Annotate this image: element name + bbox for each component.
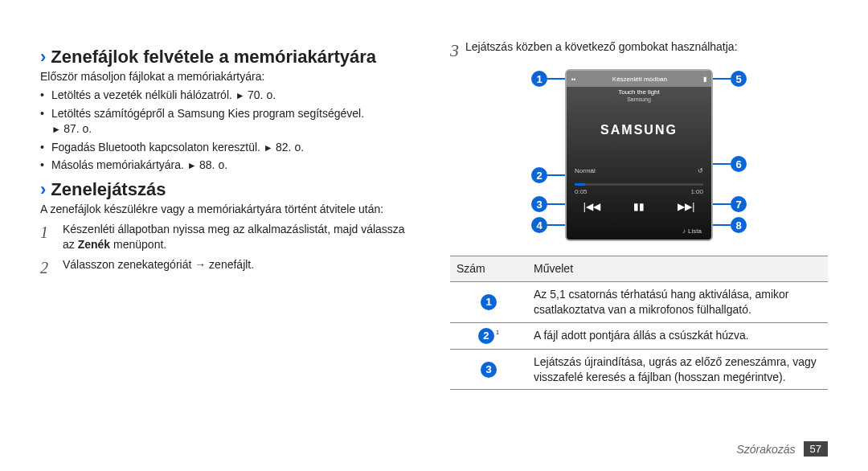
table-row: 1 Az 5,1 csatornás térhatású hang aktivá… [450,281,828,322]
callout-2: 2 [531,167,547,183]
source-item: Letöltés a vezeték nélküli hálózatról. ►… [40,88,418,103]
intro-copy-files: Először másoljon fájlokat a memóriakárty… [40,69,418,84]
callout-4: 4 [531,217,547,233]
intro-playback: A zenefájlok készülékre vagy a memóriaká… [40,202,418,217]
footnote-marker: 1 [496,329,499,336]
ref-arrow-icon: ► [187,160,199,171]
track-artist: Samsung [567,96,711,103]
source-text: Letöltés a vezeték nélküli hálózatról. [51,88,232,101]
phone-screenshot: ▪▪ Készenléti módban ▮ Touch the light S… [565,69,713,241]
album-art-logo: SAMSUNG [567,123,711,137]
callout-7: 7 [731,196,747,212]
table-row: 21 A fájl adott pontjára állás a csúszká… [450,322,828,349]
playback-mode: Normál [575,167,596,174]
step-number: 3 [450,40,459,61]
ref-arrow-icon: ► [51,124,63,135]
controls-table: Szám Művelet 1 Az 5,1 csatornás térhatás… [450,256,828,390]
step3-text: Lejátszás közben a következő gombokat ha… [465,40,828,53]
phone-status-row: Normál ↺ [567,167,711,174]
source-list: Letöltés a vezeték nélküli hálózatról. ►… [40,88,418,173]
prev-icon: |◀◀ [583,201,600,212]
time-row: 0:05 1:00 [575,188,703,195]
callout-8: 8 [731,217,747,233]
left-column: › Zenefájlok felvétele a memóriakártyára… [40,40,418,455]
time-elapsed: 0:05 [575,188,588,195]
source-text: Másolás memóriakártyára. [51,158,184,171]
source-item: Másolás memóriakártyára. ► 88. o. [40,158,418,173]
step-number: 2 [40,257,55,279]
callout-3: 3 [531,196,547,212]
source-ref: 88. o. [199,158,227,171]
heading-playback-text: Zenelejátszás [51,179,166,200]
row-callout: 1 [481,294,497,310]
ref-arrow-icon: ► [264,142,276,154]
source-item: Letöltés számítógépről a Samsung Kies pr… [40,106,418,137]
callout-1: 1 [531,71,547,87]
time-total: 1:00 [690,188,703,195]
footer-page-number: 57 [804,441,828,457]
battery-icon: ▮ [703,76,706,83]
td-operation: A fájl adott pontjára állás a csúszkát h… [527,322,828,349]
th-number: Szám [450,256,527,282]
td-number: 1 [450,281,527,322]
step-item: 1 Készenléti állapotban nyissa meg az al… [40,222,418,252]
repeat-icon: ↺ [698,167,703,174]
phone-list-button: ♪ Lista [682,227,702,235]
step-number: 1 [40,222,55,244]
td-operation: Lejátszás újraindítása, ugrás az előző z… [527,349,828,390]
row-callout: 3 [481,362,497,378]
table-header-row: Szám Művelet [450,256,828,282]
phone-topbar-text: Készenléti módban [612,76,667,83]
pause-icon: ▮▮ [633,201,645,212]
td-number: 21 [450,322,527,349]
source-ref: 70. o. [248,88,276,101]
source-text: Letöltés számítógépről a Samsung Kies pr… [51,107,364,120]
step-item: 2 Válasszon zenekategóriát → zenefájlt. [40,257,418,279]
source-text: Fogadás Bluetooth kapcsolaton keresztül. [51,141,260,154]
step-text: Készenléti állapotban nyissa meg az alka… [63,222,418,252]
list-icon: ♪ [682,227,686,235]
next-icon: ▶▶| [678,201,694,212]
page-footer: Szórakozás 57 [736,441,828,457]
step3-row: 3 Lejátszás közben a következő gombokat … [450,40,828,61]
source-item: Fogadás Bluetooth kapcsolaton keresztül.… [40,140,418,155]
chevron-icon: › [40,181,46,199]
phone-controls: |◀◀ ▮▮ ▶▶| [567,201,711,212]
callout-6: 6 [731,156,747,172]
player-illustration: ▪▪ Készenléti módban ▮ Touch the light S… [494,69,784,244]
step-text-part: Válasszon zenekategóriát → zenefájlt. [63,258,254,271]
th-operation: Művelet [527,256,828,282]
footer-section: Szórakozás [736,443,795,456]
row-callout: 2 [478,328,494,344]
step-text: Válasszon zenekategóriát → zenefájlt. [63,257,418,272]
heading-playback: › Zenelejátszás [40,179,418,200]
progress-bar [575,183,703,186]
source-ref: 82. o. [276,141,304,154]
heading-add-music-text: Zenefájlok felvétele a memóriakártyára [51,47,376,68]
callout-5: 5 [731,71,747,87]
td-number: 3 [450,349,527,390]
ref-arrow-icon: ► [235,90,248,101]
track-title: Touch the light [567,88,711,96]
td-operation: Az 5,1 csatornás térhatású hang aktiválá… [527,281,828,322]
phone-track-info: Touch the light Samsung [567,88,711,103]
chevron-icon: › [40,48,46,66]
heading-add-music: › Zenefájlok felvétele a memóriakártyára [40,47,418,68]
table-row: 3 Lejátszás újraindítása, ugrás az előző… [450,349,828,390]
signal-icon: ▪▪ [571,76,576,83]
phone-topbar: ▪▪ Készenléti módban ▮ [567,71,711,87]
step-text-part: menüpont. [110,238,166,251]
steps-list: 1 Készenléti állapotban nyissa meg az al… [40,222,418,279]
source-ref: 87. o. [63,122,92,135]
list-label: Lista [688,227,702,235]
right-column: 3 Lejátszás közben a következő gombokat … [450,40,828,455]
step-bold: Zenék [78,238,110,251]
